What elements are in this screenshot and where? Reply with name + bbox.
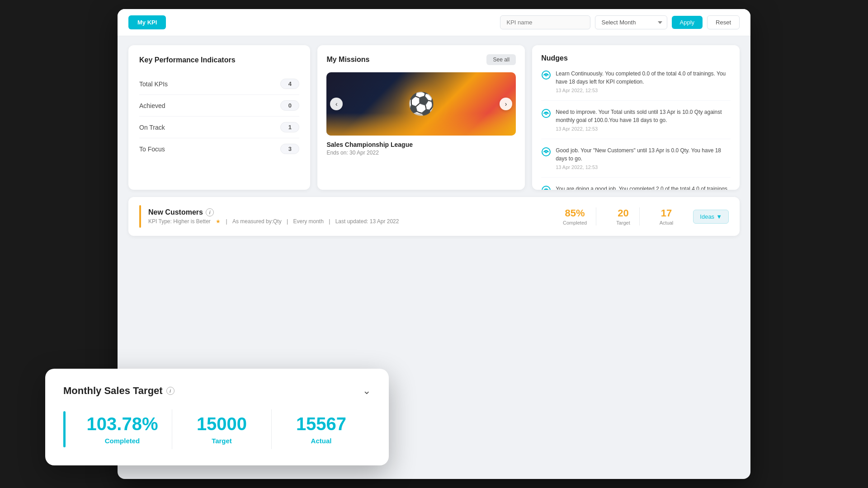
overlay-actual-value: 15567 (281, 414, 362, 434)
overlay-stat-completed: 103.78% Completed (73, 409, 172, 449)
kpi-badge-ontrack: 1 (280, 122, 299, 132)
kpi-row-achieved: Achieved 0 (139, 95, 299, 117)
nudge-content-1: Learn Continuously. You completed 0.0 of… (556, 70, 731, 93)
nudge-content-4: You are doing a good job. You completed … (556, 185, 731, 190)
stat-completed: 85% Completed (554, 207, 596, 225)
stat-completed-label: Completed (563, 220, 587, 225)
stat-completed-value: 85% (563, 207, 587, 219)
svg-point-7 (545, 189, 547, 190)
overlay-accent-bar (63, 411, 66, 447)
kpi-row-total: Total KPIs 4 (139, 73, 299, 95)
apply-button[interactable]: Apply (672, 16, 703, 29)
mission-title: Sales Championship League (326, 141, 516, 148)
overlay-target-label: Target (181, 437, 262, 445)
overlay-target-value: 15000 (181, 414, 262, 434)
overlay-card-title: Monthly Sales Target (63, 385, 163, 397)
my-kpi-button[interactable]: My KPI (128, 15, 166, 29)
nudge-time-2: 13 Apr 2022, 12:53 (556, 126, 731, 131)
overlay-card-title-area: Monthly Sales Target i (63, 385, 175, 397)
kpi-label-total: Total KPIs (139, 80, 168, 88)
overlay-info-icon[interactable]: i (166, 387, 175, 395)
kpi-badge-total: 4 (280, 79, 299, 89)
svg-point-2 (542, 109, 550, 117)
overlay-chevron-icon[interactable]: ⌄ (363, 385, 371, 397)
kpi-label-tofocus: To Focus (139, 145, 165, 153)
stat-target-label: Target (616, 220, 630, 225)
overlay-stats: 103.78% Completed 15000 Target 15567 Act… (73, 409, 371, 449)
kpi-name-input[interactable] (500, 15, 590, 29)
meta-separator-1: | (226, 218, 229, 225)
stat-actual-value: 17 (660, 207, 674, 219)
kpi-badge-tofocus: 3 (280, 144, 299, 154)
nudge-item-4: You are doing a good job. You completed … (541, 185, 731, 190)
carousel-next-button[interactable]: › (500, 98, 512, 110)
last-updated: Last updated: 13 Apr 2022 (335, 218, 399, 225)
missions-panel: My Missions See all ⚽ ‹ › Sales Champion… (317, 45, 525, 190)
mission-info: Sales Championship League Ends on: 30 Ap… (326, 141, 516, 156)
kpi-badge-achieved: 0 (280, 100, 299, 111)
nudge-icon-3 (541, 147, 551, 157)
overlay-stat-target: 15000 Target (172, 409, 272, 449)
kpi-panel-title: Key Performance Indicators (139, 56, 299, 64)
kpi-detail-accent (139, 205, 141, 228)
nudge-icon-1 (541, 70, 551, 80)
ideas-button[interactable]: Ideas ▼ (693, 210, 729, 224)
missions-title: My Missions (326, 56, 369, 64)
stat-target: 20 Target (607, 207, 640, 225)
kpi-row-ontrack: On Track 1 (139, 117, 299, 138)
kpi-detail-name: New Customers i (148, 208, 547, 216)
overlay-completed-value: 103.78% (82, 414, 163, 434)
missions-header: My Missions See all (326, 54, 516, 65)
mission-date: Ends on: 30 Apr 2022 (326, 150, 516, 156)
svg-point-0 (542, 71, 550, 79)
svg-point-5 (545, 151, 547, 153)
stat-actual-label: Actual (660, 220, 674, 225)
nudges-title: Nudges (541, 54, 731, 62)
kpi-detail-stats: 85% Completed 20 Target 17 Actual Ideas … (554, 207, 729, 225)
nudge-text-3: Good job. Your "New Customers" until 13 … (556, 146, 731, 163)
carousel-prev-button[interactable]: ‹ (330, 98, 343, 110)
nudge-content-2: Need to improve. Your Total units sold u… (556, 108, 731, 131)
svg-point-4 (542, 148, 550, 156)
meta-separator-2: | (287, 218, 289, 225)
body-area: Key Performance Indicators Total KPIs 4 … (118, 36, 750, 245)
kpi-label-ontrack: On Track (139, 124, 165, 131)
nudge-item-1: Learn Continuously. You completed 0.0 of… (541, 70, 731, 101)
mission-image-container: ⚽ ‹ › (326, 72, 516, 136)
overlay-body: 103.78% Completed 15000 Target 15567 Act… (63, 409, 371, 449)
kpi-label-achieved: Achieved (139, 102, 165, 109)
kpi-detail-info-icon[interactable]: i (206, 208, 214, 216)
overlay-card-header: Monthly Sales Target i ⌄ (63, 385, 371, 397)
fire-effect (326, 113, 516, 136)
overlay-actual-label: Actual (281, 437, 362, 445)
nudge-time-3: 13 Apr 2022, 12:53 (556, 164, 731, 170)
kpi-detail-info: New Customers i KPI Type: Higher is Bett… (148, 208, 547, 225)
meta-separator-3: | (329, 218, 331, 225)
svg-point-1 (545, 74, 547, 76)
header-controls: Select Month Apply Reset (500, 15, 740, 29)
mission-image: ⚽ (326, 72, 516, 136)
reset-button[interactable]: Reset (707, 15, 740, 29)
select-month-dropdown[interactable]: Select Month (595, 15, 667, 29)
stat-target-value: 20 (616, 207, 630, 219)
nudge-item-3: Good job. Your "New Customers" until 13 … (541, 146, 731, 178)
overlay-completed-label: Completed (82, 437, 163, 445)
see-all-button[interactable]: See all (486, 54, 516, 65)
nudge-text-4: You are doing a good job. You completed … (556, 185, 731, 190)
kpi-detail-row: New Customers i KPI Type: Higher is Bett… (128, 197, 740, 236)
ideas-chevron-icon: ▼ (716, 213, 722, 220)
nudge-text-1: Learn Continuously. You completed 0.0 of… (556, 70, 731, 86)
top-row: Key Performance Indicators Total KPIs 4 … (128, 45, 740, 190)
frequency: Every month (293, 218, 324, 225)
stat-actual: 17 Actual (651, 207, 683, 225)
overlay-stat-actual: 15567 Actual (272, 409, 371, 449)
nudge-time-1: 13 Apr 2022, 12:53 (556, 88, 731, 93)
kpi-panel: Key Performance Indicators Total KPIs 4 … (128, 45, 310, 190)
kpi-detail-meta: KPI Type: Higher is Better ★ | As measur… (148, 218, 547, 225)
header: My KPI Select Month Apply Reset (118, 9, 750, 36)
kpi-type: KPI Type: Higher is Better (148, 218, 211, 225)
nudges-panel: Nudges Learn Continuously. You completed… (532, 45, 740, 190)
nudge-icon-2 (541, 108, 551, 118)
nudge-icon-4 (541, 185, 551, 190)
measured-by: As measured by:Qty (232, 218, 282, 225)
